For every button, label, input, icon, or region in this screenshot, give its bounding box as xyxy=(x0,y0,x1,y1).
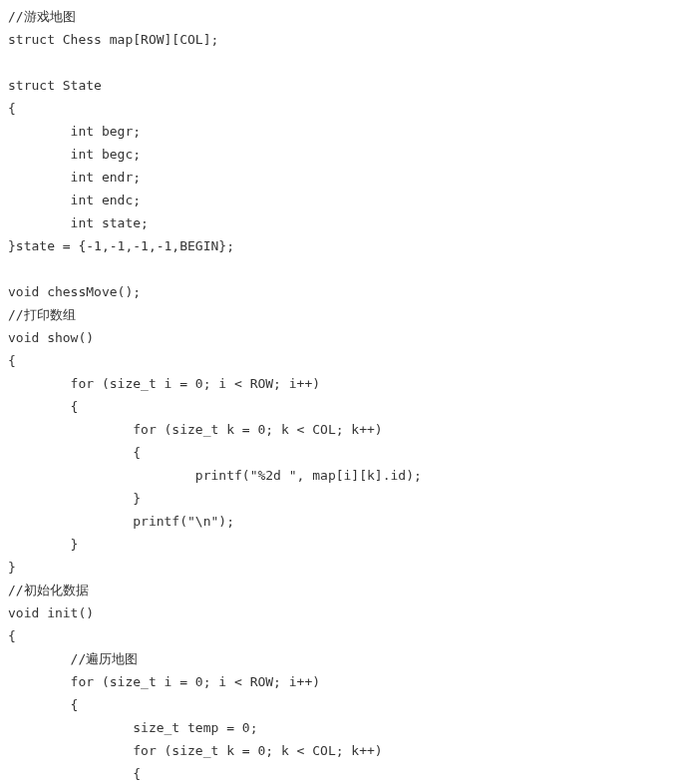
code-content: //游戏地图 struct Chess map[ROW][COL]; struc… xyxy=(8,9,422,781)
code-block: //游戏地图 struct Chess map[ROW][COL]; struc… xyxy=(0,0,681,784)
